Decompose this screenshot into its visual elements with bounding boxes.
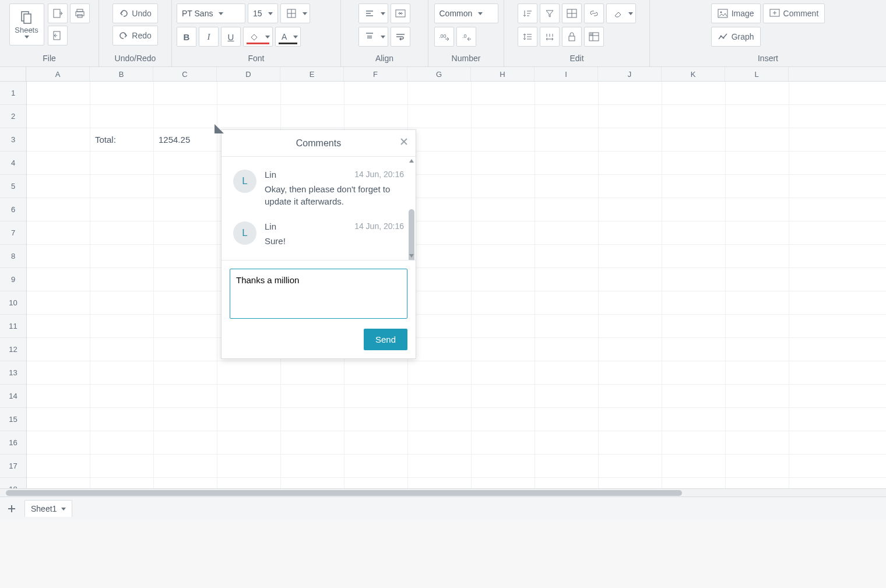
- svg-rect-32: [569, 36, 575, 41]
- halign-button[interactable]: [358, 3, 388, 23]
- font-group-label: Font: [248, 54, 264, 65]
- font-family-select[interactable]: PT Sans: [177, 3, 245, 23]
- row-header[interactable]: 6: [0, 198, 26, 221]
- col-header[interactable]: D: [217, 67, 280, 81]
- row-header[interactable]: 15: [0, 408, 26, 431]
- borders-button[interactable]: [280, 3, 310, 23]
- fill-color-button[interactable]: [243, 27, 273, 47]
- tabbar: Sheet1: [0, 497, 886, 520]
- image-icon: [718, 9, 728, 18]
- underline-button[interactable]: U: [221, 27, 241, 47]
- filter-button[interactable]: [540, 3, 560, 23]
- svg-rect-34: [589, 33, 593, 36]
- row-header[interactable]: 12: [0, 338, 26, 361]
- row-header[interactable]: 18: [0, 478, 26, 488]
- row-header[interactable]: 10: [0, 291, 26, 315]
- text-color-button[interactable]: A: [275, 27, 301, 47]
- italic-button[interactable]: I: [199, 27, 219, 47]
- col-header[interactable]: H: [471, 67, 535, 81]
- cells-area[interactable]: Total:1254.25 Comments: [27, 82, 886, 488]
- wrap-button[interactable]: [391, 27, 410, 47]
- col-header[interactable]: J: [598, 67, 662, 81]
- clear-button[interactable]: [606, 3, 636, 23]
- row-header[interactable]: 8: [0, 245, 26, 268]
- row-header[interactable]: 13: [0, 361, 26, 385]
- comment-icon: [769, 9, 780, 18]
- increase-decimal-button[interactable]: .00: [434, 27, 454, 47]
- comment-input[interactable]: [230, 269, 407, 319]
- redo-button[interactable]: Redo: [112, 26, 157, 45]
- group-insert: Image Comment Graph Insert: [650, 0, 886, 66]
- send-button[interactable]: Send: [364, 329, 407, 350]
- close-button[interactable]: [399, 137, 409, 146]
- sheets-button[interactable]: Sheets: [9, 3, 44, 45]
- text-color-icon: A: [282, 32, 287, 41]
- export-button[interactable]: [48, 26, 68, 45]
- decrease-decimal-button[interactable]: .0: [456, 27, 476, 47]
- file-group-label: File: [43, 54, 56, 65]
- valign-button[interactable]: [358, 27, 388, 47]
- add-sheet-button[interactable]: [3, 501, 20, 517]
- row-height-button[interactable]: [518, 27, 537, 47]
- row-header[interactable]: 3: [0, 128, 26, 152]
- col-header[interactable]: K: [662, 67, 725, 81]
- merge-button[interactable]: [391, 3, 410, 23]
- comments-scrollbar[interactable]: [407, 157, 416, 260]
- bold-button[interactable]: B: [177, 27, 196, 47]
- bold-icon: B: [184, 32, 190, 42]
- font-size-select[interactable]: 15: [248, 3, 278, 23]
- graph-button[interactable]: Graph: [711, 27, 761, 47]
- avatar: L: [233, 170, 256, 193]
- row-header[interactable]: 17: [0, 455, 26, 478]
- row-header[interactable]: 1: [0, 82, 26, 105]
- row-header[interactable]: 16: [0, 431, 26, 455]
- svg-rect-4: [76, 12, 84, 16]
- row-header[interactable]: 5: [0, 175, 26, 198]
- col-width-icon: [544, 32, 555, 41]
- chevron-down-icon: [381, 12, 385, 15]
- comments-title: Comments: [296, 138, 341, 149]
- cell-B3[interactable]: Total:: [90, 128, 154, 151]
- plus-icon: [7, 504, 16, 513]
- print-button[interactable]: [70, 3, 90, 23]
- number-format-select[interactable]: Common: [434, 3, 498, 23]
- cell-C3[interactable]: 1254.25: [154, 128, 217, 151]
- col-width-button[interactable]: [540, 27, 560, 47]
- svg-rect-2: [54, 9, 60, 17]
- horizontal-scrollbar[interactable]: [0, 488, 886, 497]
- select-all-corner[interactable]: [0, 67, 26, 81]
- col-header[interactable]: E: [280, 67, 344, 81]
- group-file: Sheets File: [0, 0, 99, 66]
- row-header[interactable]: 4: [0, 152, 26, 175]
- col-header[interactable]: I: [535, 67, 598, 81]
- sheets-icon: [20, 10, 34, 24]
- lock-button[interactable]: [562, 27, 582, 47]
- sort-button[interactable]: [518, 3, 537, 23]
- chevron-down-icon: [478, 12, 483, 15]
- col-header[interactable]: C: [153, 67, 217, 81]
- sheet-tab[interactable]: Sheet1: [24, 500, 72, 517]
- edit-group-label: Edit: [569, 54, 583, 65]
- cells-button[interactable]: [562, 3, 582, 23]
- comment-button[interactable]: Comment: [763, 3, 825, 23]
- import-button[interactable]: [48, 3, 68, 23]
- avatar: L: [233, 221, 256, 245]
- image-button[interactable]: Image: [711, 3, 761, 23]
- undo-button[interactable]: Undo: [112, 3, 157, 23]
- row-header[interactable]: 11: [0, 315, 26, 338]
- row-header[interactable]: 14: [0, 385, 26, 408]
- comment-time: 14 Jun, 20:16: [354, 170, 404, 179]
- freeze-button[interactable]: [584, 27, 604, 47]
- hscroll-thumb[interactable]: [6, 490, 682, 496]
- col-header[interactable]: A: [26, 67, 90, 81]
- chevron-down-icon: [219, 12, 223, 15]
- row-header[interactable]: 9: [0, 268, 26, 291]
- row-header[interactable]: 7: [0, 221, 26, 245]
- col-header[interactable]: F: [344, 67, 407, 81]
- col-header[interactable]: L: [725, 67, 789, 81]
- col-header[interactable]: B: [90, 67, 153, 81]
- col-header[interactable]: G: [407, 67, 471, 81]
- row-header[interactable]: 2: [0, 105, 26, 128]
- chevron-down-icon: [303, 12, 307, 15]
- link-button[interactable]: [584, 3, 604, 23]
